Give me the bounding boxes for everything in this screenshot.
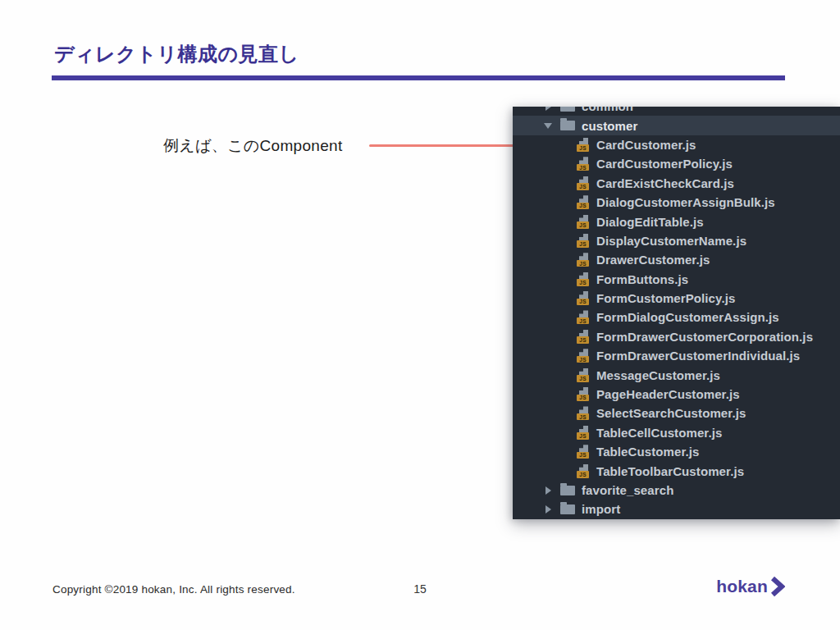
- file-name: MessageCustomer.js: [596, 368, 720, 382]
- tree-row-file[interactable]: JS FormButtons.js: [513, 270, 840, 289]
- file-name: DisplayCustomerName.js: [596, 234, 746, 248]
- folder-name: import: [582, 502, 620, 516]
- file-name: DialogEditTable.js: [596, 215, 704, 229]
- tree-row-file[interactable]: JS DrawerCustomer.js: [513, 250, 840, 269]
- tree-row-file[interactable]: JS FormDrawerCustomerIndividual.js: [513, 346, 840, 365]
- logo-wordmark: hokan: [716, 577, 768, 596]
- folder-name: customer: [582, 119, 637, 133]
- js-file-icon: JS: [577, 349, 590, 363]
- js-file-icon: JS: [577, 272, 590, 286]
- file-tree-list: common customer JS CardCustomer.js JS Ca…: [513, 107, 840, 519]
- js-file-icon: JS: [577, 253, 590, 267]
- file-name: TableCustomer.js: [596, 445, 700, 459]
- js-file-icon: JS: [577, 368, 590, 382]
- tree-row-file[interactable]: JS TableToolbarCustomer.js: [513, 461, 840, 480]
- js-file-icon: JS: [577, 387, 590, 401]
- js-file-icon: JS: [577, 234, 590, 248]
- file-name: CardExistCheckCard.js: [596, 176, 734, 190]
- folder-icon: [560, 107, 575, 112]
- chevron-collapsed-icon[interactable]: [542, 505, 554, 514]
- tree-row-file[interactable]: JS MessageCustomer.js: [513, 365, 840, 384]
- tree-row-file[interactable]: JS DialogEditTable.js: [513, 212, 840, 231]
- file-name: PageHeaderCustomer.js: [596, 387, 740, 401]
- folder-name: common: [582, 107, 633, 113]
- tree-row-file[interactable]: JS DialogCustomerAssignBulk.js: [513, 193, 840, 212]
- js-file-icon: JS: [577, 195, 590, 209]
- js-file-icon: JS: [577, 157, 590, 171]
- file-name: FormDrawerCustomerCorporation.js: [596, 330, 813, 344]
- tree-row-file[interactable]: JS FormDialogCustomerAssign.js: [513, 308, 840, 326]
- tree-row-common[interactable]: common: [513, 107, 840, 116]
- js-file-icon: JS: [577, 330, 590, 344]
- file-name: FormButtons.js: [596, 272, 688, 286]
- js-file-icon: JS: [577, 138, 590, 152]
- chevron-collapsed-icon[interactable]: [542, 107, 554, 111]
- file-name: FormCustomerPolicy.js: [596, 291, 735, 305]
- page-number: 15: [0, 582, 840, 596]
- chevron-expanded-icon[interactable]: [542, 123, 554, 129]
- folder-icon: [560, 486, 575, 495]
- file-name: SelectSearchCustomer.js: [596, 406, 746, 420]
- annotation-text: 例えば、このComponent: [163, 135, 343, 157]
- folder-icon: [560, 504, 575, 514]
- chevron-collapsed-icon[interactable]: [542, 486, 554, 495]
- tree-row-file[interactable]: JS TableCustomer.js: [513, 442, 840, 461]
- js-file-icon: JS: [577, 176, 590, 190]
- file-tree-panel: common customer JS CardCustomer.js JS Ca…: [513, 107, 840, 519]
- file-name: TableToolbarCustomer.js: [596, 464, 744, 478]
- logo-chevron-icon: [769, 576, 785, 597]
- js-file-icon: JS: [577, 464, 590, 478]
- tree-row-file[interactable]: JS DisplayCustomerName.js: [513, 231, 840, 250]
- tree-row-import[interactable]: import: [513, 500, 840, 518]
- js-file-icon: JS: [577, 406, 590, 420]
- js-file-icon: JS: [577, 426, 590, 440]
- file-name: CardCustomer.js: [596, 138, 696, 152]
- file-name: CardCustomerPolicy.js: [596, 157, 733, 171]
- js-file-icon: JS: [577, 291, 590, 305]
- js-file-icon: JS: [577, 310, 590, 324]
- page-title: ディレクトリ構成の見直し: [54, 41, 299, 67]
- js-file-icon: JS: [577, 215, 590, 229]
- file-name: DialogCustomerAssignBulk.js: [596, 195, 775, 209]
- tree-row-file[interactable]: JS PageHeaderCustomer.js: [513, 385, 840, 404]
- tree-row-favorite-search[interactable]: favorite_search: [513, 481, 840, 500]
- file-name: FormDrawerCustomerIndividual.js: [596, 349, 800, 363]
- tree-row-file[interactable]: JS FormCustomerPolicy.js: [513, 289, 840, 308]
- tree-row-customer[interactable]: customer: [513, 116, 840, 135]
- tree-row-file[interactable]: JS TableCellCustomer.js: [513, 423, 840, 442]
- file-name: TableCellCustomer.js: [596, 426, 722, 440]
- tree-row-file[interactable]: JS CardCustomerPolicy.js: [513, 154, 840, 173]
- tree-row-file[interactable]: JS CardCustomer.js: [513, 135, 840, 154]
- tree-row-file[interactable]: JS CardExistCheckCard.js: [513, 174, 840, 193]
- file-name: FormDialogCustomerAssign.js: [596, 310, 779, 324]
- file-name: DrawerCustomer.js: [596, 253, 710, 267]
- folder-name: favorite_search: [582, 483, 673, 497]
- hokan-logo: hokan: [716, 576, 785, 597]
- title-underline: [52, 75, 785, 80]
- tree-row-file[interactable]: JS SelectSearchCustomer.js: [513, 404, 840, 422]
- js-file-icon: JS: [577, 445, 590, 459]
- folder-icon: [560, 121, 575, 130]
- tree-row-file[interactable]: JS FormDrawerCustomerCorporation.js: [513, 327, 840, 346]
